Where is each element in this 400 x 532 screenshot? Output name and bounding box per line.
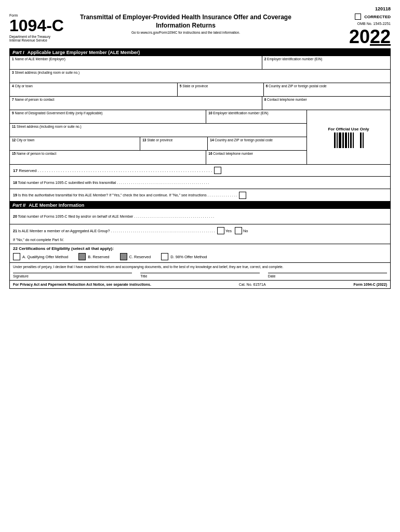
field-11: 11 Street address (including room or sui… bbox=[10, 124, 306, 137]
field-4: 4 City or town bbox=[10, 83, 178, 96]
row-21-footnote: If "No," do not complete Part IV. bbox=[10, 237, 390, 244]
field-row-1-2: 1 Name of ALE Member (Employer) 2 Employ… bbox=[10, 56, 390, 70]
part1-header: Part I Applicable Large Employer Member … bbox=[10, 49, 390, 56]
field-3: 3 Street address (including room or suit… bbox=[10, 70, 390, 83]
field-7-label: 7 Name of person to contact bbox=[12, 98, 260, 101]
field-1: 1 Name of ALE Member (Employer) bbox=[10, 56, 262, 69]
field-row-7-8: 7 Name of person to contact 8 Contact te… bbox=[10, 97, 390, 110]
form-logo: Form 1094-C Department of the Treasury I… bbox=[9, 14, 64, 42]
footer: For Privacy Act and Paperwork Reduction … bbox=[10, 281, 390, 288]
field-8: 8 Contact telephone number bbox=[262, 97, 390, 110]
field-15: 15 Name of person to contact bbox=[10, 151, 206, 164]
row-17: 17 Reserved . . . . . . . . . . . . . . … bbox=[10, 165, 390, 177]
field-9-label: 9 Name of Designated Government Entity (… bbox=[12, 111, 204, 115]
signature-section: Under penalties of perjury, I declare th… bbox=[10, 263, 390, 281]
no-option: No bbox=[235, 227, 248, 234]
field-13-label: 13 State or province bbox=[142, 138, 205, 142]
penalty-text: Under penalties of perjury, I declare th… bbox=[13, 265, 387, 269]
signature-label: Signature bbox=[13, 274, 29, 278]
date-label: Date bbox=[268, 274, 276, 278]
cert-option-a: A. Qualifying Offer Method bbox=[13, 253, 68, 260]
row-21: 21 Is ALE Member a member of an Aggregat… bbox=[10, 224, 390, 237]
official-use-block: For Official Use Only bbox=[307, 110, 390, 164]
part1-title: Applicable Large Employer Member (ALE Me… bbox=[28, 50, 140, 55]
field-8-label: 8 Contact telephone number bbox=[264, 98, 388, 101]
yes-no-group: Yes No bbox=[217, 227, 248, 234]
barcode bbox=[334, 132, 364, 148]
field-14-label: 14 Country and ZIP or foreign postal cod… bbox=[210, 138, 304, 142]
cert-title: 22 Certifications of Eligibility (select… bbox=[13, 246, 387, 251]
field-13: 13 State or province bbox=[140, 137, 208, 150]
sig-row: Signature Title Date bbox=[13, 273, 387, 278]
rows-9-16-block: 9 Name of Designated Government Entity (… bbox=[10, 110, 390, 165]
row-19: 19 Is this the authoritative transmittal… bbox=[10, 189, 390, 202]
field-5: 5 State or province bbox=[178, 83, 264, 96]
cert-c-checkbox[interactable] bbox=[120, 253, 127, 260]
part1-label: Part I bbox=[12, 50, 24, 55]
year-display: 2022 bbox=[349, 28, 391, 46]
row-19-label: 19 Is this the authoritative transmittal… bbox=[13, 193, 237, 197]
corrected-checkbox[interactable] bbox=[355, 14, 361, 20]
row-17-label: 17 Reserved . . . . . . . . . . . . . . … bbox=[13, 168, 212, 173]
field-16-label: 16 Contact telephone number bbox=[208, 152, 304, 155]
cert-b-label: B. Reserved bbox=[88, 255, 109, 259]
field-7: 7 Name of person to contact bbox=[10, 97, 262, 110]
cat-number: Cat. No. 61571A bbox=[239, 283, 266, 286]
field-row-3: 3 Street address (including room or suit… bbox=[10, 70, 390, 83]
field-14: 14 Country and ZIP or foreign postal cod… bbox=[208, 137, 306, 150]
row-20-label: 20 Total number of Forms 1095-C filed by… bbox=[13, 215, 214, 218]
cert-d-label: D. 98% Offer Method bbox=[170, 255, 207, 259]
cert-option-c: C. Reserved bbox=[120, 253, 151, 260]
field-16: 16 Contact telephone number bbox=[206, 151, 306, 164]
row-18: 18 Total number of Forms 1095-C submitte… bbox=[10, 177, 390, 189]
field-10: 10 Employer identification number (EIN) bbox=[206, 110, 306, 123]
field-2: 2 Employer identification number (EIN) bbox=[262, 56, 390, 69]
row-22-cert: 22 Certifications of Eligibility (select… bbox=[10, 244, 390, 263]
cert-options: A. Qualifying Offer Method B. Reserved C… bbox=[13, 253, 387, 260]
date-field[interactable]: Date bbox=[268, 273, 387, 278]
form-outer: Part I Applicable Large Employer Member … bbox=[9, 48, 391, 289]
field-2-label: 2 Employer identification number (EIN) bbox=[264, 57, 388, 61]
form-title-block: Transmittal of Employer-Provided Health … bbox=[68, 14, 303, 34]
title-label: Title bbox=[140, 274, 147, 278]
part2-label: Part II bbox=[12, 203, 25, 208]
dept-line1: Department of the Treasury bbox=[9, 35, 50, 38]
yes-option: Yes bbox=[217, 227, 232, 234]
header-right: CORRECTED OMB No. 1545-2251 2022 bbox=[308, 14, 391, 46]
dept-info: Department of the Treasury Internal Reve… bbox=[9, 35, 50, 42]
row-21-label: 21 Is ALE Member a member of an Aggregat… bbox=[13, 229, 215, 233]
page-number: 120118 bbox=[9, 6, 391, 11]
row-19-checkbox[interactable] bbox=[239, 192, 246, 199]
field-row-9-10: 9 Name of Designated Government Entity (… bbox=[10, 110, 306, 124]
cert-option-b: B. Reserved bbox=[78, 253, 109, 260]
cert-d-checkbox[interactable] bbox=[161, 253, 168, 260]
field-11-label: 11 Street address (including room or sui… bbox=[12, 125, 304, 128]
omb-number: OMB No. 1545-2251 bbox=[357, 22, 391, 25]
cert-a-label: A. Qualifying Offer Method bbox=[22, 255, 68, 259]
field-5-label: 5 State or province bbox=[180, 84, 261, 88]
corrected-row: CORRECTED bbox=[355, 14, 391, 20]
form-title-main: Transmittal of Employer-Provided Health … bbox=[68, 14, 303, 30]
row-17-checkbox[interactable] bbox=[214, 167, 221, 174]
yes-checkbox[interactable] bbox=[217, 227, 224, 234]
field-9: 9 Name of Designated Government Entity (… bbox=[10, 110, 206, 123]
fields-left: 9 Name of Designated Government Entity (… bbox=[10, 110, 307, 164]
cert-b-checkbox[interactable] bbox=[78, 253, 86, 260]
field-1-label: 1 Name of ALE Member (Employer) bbox=[12, 57, 260, 61]
row-20: 20 Total number of Forms 1095-C filed by… bbox=[10, 209, 390, 224]
cert-a-checkbox[interactable] bbox=[13, 253, 20, 260]
cert-option-d: D. 98% Offer Method bbox=[161, 253, 207, 260]
signature-field[interactable]: Signature bbox=[13, 273, 132, 278]
field-4-label: 4 City or town bbox=[12, 84, 175, 88]
cert-c-label: C. Reserved bbox=[129, 255, 151, 259]
field-6-label: 6 Country and ZIP or foreign postal code bbox=[266, 84, 388, 88]
field-6: 6 Country and ZIP or foreign postal code bbox=[264, 83, 390, 96]
no-checkbox[interactable] bbox=[235, 227, 242, 234]
row-21-block: 21 Is ALE Member a member of an Aggregat… bbox=[10, 224, 390, 244]
title-field[interactable]: Title bbox=[140, 273, 259, 278]
no-label: No bbox=[243, 229, 248, 233]
field-10-label: 10 Employer identification number (EIN) bbox=[208, 111, 304, 115]
field-3-label: 3 Street address (including room or suit… bbox=[12, 71, 388, 74]
form-ref: Form 1094-C (2022) bbox=[353, 283, 387, 286]
field-row-11: 11 Street address (including room or sui… bbox=[10, 124, 306, 137]
